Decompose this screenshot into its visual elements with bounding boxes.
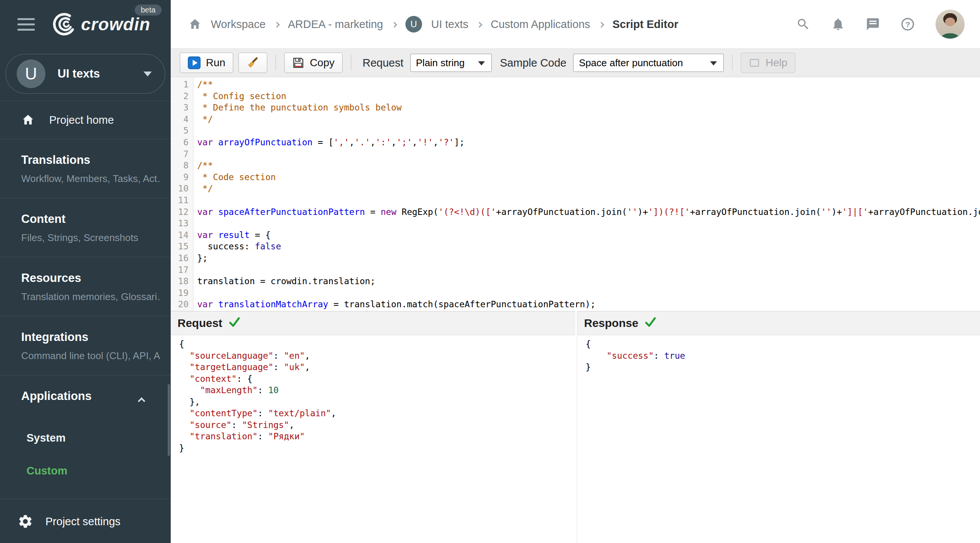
json-line: {	[582, 338, 980, 350]
json-line[interactable]: "maxLength": 10	[175, 384, 575, 396]
code-line[interactable]: 10 */	[171, 183, 980, 194]
sidebar-item-translations[interactable]: Translations Workflow, Members, Tasks, A…	[0, 139, 171, 198]
line-content[interactable]	[193, 148, 197, 160]
json-line[interactable]: {	[175, 338, 575, 350]
line-content[interactable]: var result = {	[193, 229, 270, 241]
code-line[interactable]: 9 * Code section	[171, 171, 980, 183]
code-line[interactable]: 8/**	[171, 160, 980, 171]
line-content[interactable]	[193, 194, 197, 206]
line-content[interactable]: * Define the punctuation symbols below	[193, 102, 402, 114]
request-type-select-wrap: Plain string	[410, 54, 492, 72]
line-content[interactable]: "maxLength": 10	[175, 384, 278, 396]
line-content[interactable]: "translation": "Рядки"	[175, 430, 305, 442]
json-line[interactable]: "context": {	[175, 373, 575, 385]
line-content[interactable]: * Code section	[193, 171, 276, 183]
line-content[interactable]: }	[175, 442, 185, 454]
code-line[interactable]: 19	[171, 287, 980, 299]
code-line[interactable]: 5	[171, 125, 980, 137]
line-number: 7	[171, 148, 193, 160]
line-content[interactable]: "sourceLanguage": "en",	[175, 350, 310, 362]
breadcrumb-item-custom-applications[interactable]: Custom Applications	[490, 18, 590, 31]
hamburger-menu-icon[interactable]	[18, 18, 35, 31]
line-content[interactable]: "source": "Strings",	[175, 419, 294, 431]
sidebar-item-project-settings[interactable]: Project settings	[0, 499, 171, 543]
line-number: 13	[171, 218, 193, 229]
code-line[interactable]: 14var result = {	[171, 229, 980, 241]
sidebar-item-integrations[interactable]: Integrations Command line tool (CLI), AP…	[0, 316, 171, 375]
code-line[interactable]: 4 */	[171, 114, 980, 125]
json-line[interactable]: },	[175, 396, 575, 408]
line-content[interactable]: },	[175, 396, 200, 408]
chevron-up-icon[interactable]	[138, 397, 145, 405]
sidebar-item-content[interactable]: Content Files, Strings, Screenshots	[0, 198, 171, 257]
line-content[interactable]: * Config section	[193, 90, 286, 102]
project-selector[interactable]: U UI texts	[5, 54, 165, 94]
line-content[interactable]: /**	[193, 160, 213, 171]
breadcrumb-item-project[interactable]: UI texts	[431, 18, 468, 31]
code-line[interactable]: 20var translationMatchArray = translatio…	[171, 298, 980, 310]
line-content[interactable]: {	[175, 338, 185, 350]
line-content[interactable]: success: false	[193, 241, 281, 252]
run-button[interactable]: Run	[180, 52, 233, 73]
line-content[interactable]: var spaceAfterPunctuationPattern = new R…	[193, 206, 980, 218]
line-content[interactable]: "context": {	[175, 373, 253, 385]
json-line[interactable]: "targetLanguage": "uk",	[175, 361, 575, 373]
code-line[interactable]: 13	[171, 218, 980, 229]
code-line[interactable]: 3 * Define the punctuation symbols below	[171, 102, 980, 114]
line-content[interactable]: translation = crowdin.translation;	[193, 275, 375, 287]
sidebar-item-resources[interactable]: Resources Translation memories, Glossari…	[0, 257, 171, 316]
response-panel-header: Response	[577, 311, 980, 335]
code-line[interactable]: 2 * Config section	[171, 90, 980, 102]
help-button[interactable]: Help	[741, 52, 795, 73]
code-line[interactable]: 16};	[171, 252, 980, 264]
line-content[interactable]	[193, 218, 197, 229]
code-line[interactable]: 11	[171, 194, 980, 206]
line-content[interactable]: var translationMatchArray = translation.…	[193, 298, 595, 310]
line-content[interactable]	[193, 287, 197, 299]
crowdin-logo[interactable]: crowdin	[48, 10, 150, 39]
code-line[interactable]: 18translation = crowdin.translation;	[171, 275, 980, 287]
home-icon[interactable]	[188, 17, 202, 31]
code-line[interactable]: 15 success: false	[171, 241, 980, 252]
sidebar-item-project-home[interactable]: Project home	[0, 101, 171, 139]
line-content[interactable]: "targetLanguage": "uk",	[175, 361, 310, 373]
code-editor[interactable]: 1/**2 * Config section3 * Define the pun…	[171, 77, 980, 311]
code-line[interactable]: 12var spaceAfterPunctuationPattern = new…	[171, 206, 980, 218]
line-number: 16	[171, 252, 193, 264]
json-line[interactable]: "contentType": "text/plain",	[175, 408, 575, 419]
json-line[interactable]: "sourceLanguage": "en",	[175, 350, 575, 362]
sidebar-item-custom[interactable]: Custom	[21, 456, 161, 486]
code-line[interactable]: 6var arrayOfPunctuation = [',','.',':','…	[171, 137, 980, 148]
format-brush-button[interactable]	[239, 52, 267, 73]
messages-chat-icon[interactable]	[866, 17, 880, 32]
line-content[interactable]: "contentType": "text/plain",	[175, 408, 336, 419]
json-line[interactable]: "source": "Strings",	[175, 419, 575, 431]
help-icon[interactable]: ?	[900, 17, 915, 32]
line-content[interactable]	[193, 125, 197, 137]
code-line[interactable]: 17	[171, 264, 980, 276]
line-content[interactable]: var arrayOfPunctuation = [',','.',':',';…	[193, 137, 465, 148]
line-content[interactable]: */	[193, 114, 213, 125]
line-content[interactable]: */	[193, 183, 213, 194]
code-line[interactable]: 7	[171, 148, 980, 160]
sample-code-select[interactable]: Space after punctuation	[573, 54, 724, 72]
request-json-editor[interactable]: { "sourceLanguage": "en", "targetLanguag…	[171, 335, 575, 543]
json-line[interactable]: }	[175, 442, 575, 454]
sidebar-scrollbar[interactable]	[168, 384, 170, 456]
request-type-select[interactable]: Plain string	[410, 54, 492, 72]
user-avatar[interactable]	[935, 10, 965, 39]
line-content[interactable]: };	[193, 252, 208, 264]
line-content[interactable]: /**	[193, 79, 213, 90]
sidebar-item-system[interactable]: System	[21, 424, 161, 452]
code-line[interactable]: 1/**	[171, 79, 980, 90]
line-content[interactable]	[193, 264, 197, 276]
search-icon[interactable]	[796, 17, 810, 32]
copy-button[interactable]: Copy	[284, 52, 342, 73]
breadcrumb-item-workspace[interactable]: Workspace	[211, 18, 266, 31]
json-line[interactable]: "translation": "Рядки"	[175, 430, 575, 442]
line-content: "success": true	[582, 350, 685, 362]
line-number: 18	[171, 275, 193, 287]
notifications-bell-icon[interactable]	[831, 17, 845, 32]
sidebar-item-applications[interactable]: Applications System Custom	[0, 375, 171, 499]
breadcrumb-item-project-group[interactable]: ARDEA - marketing	[288, 18, 383, 31]
